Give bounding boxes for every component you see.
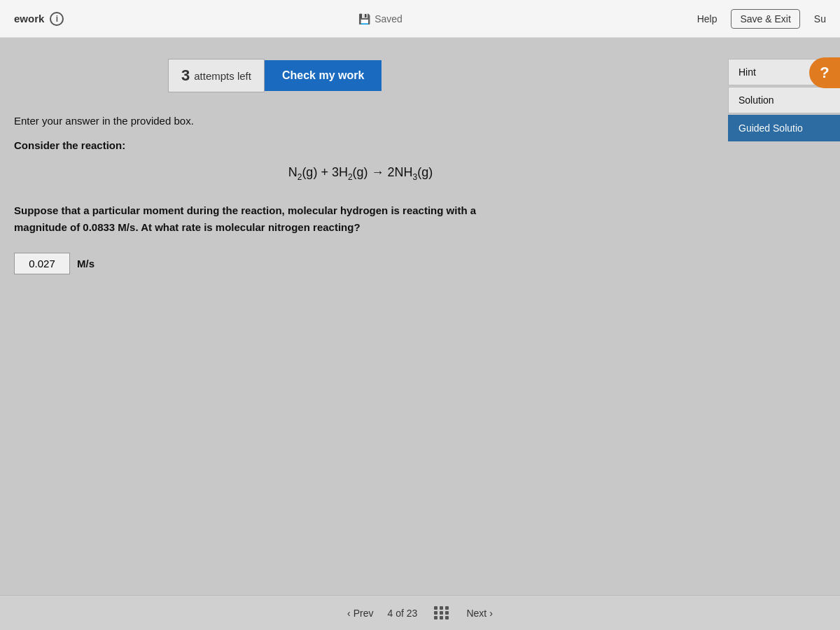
attempts-label: attempts left <box>194 70 251 82</box>
equation-display: N2(g) + 3H2(g) → 2NH3(g) <box>288 165 433 179</box>
chemical-equation: N2(g) + 3H2(g) → 2NH3(g) <box>14 165 707 182</box>
app-title: ework <box>14 13 44 24</box>
attempts-box: 3 attempts left <box>168 59 265 92</box>
attempts-count: 3 <box>181 66 190 85</box>
save-exit-button[interactable]: Save & Exit <box>731 9 799 29</box>
bottom-nav: ‹ Prev 4 of 23 Next › <box>0 595 840 630</box>
save-icon: 💾 <box>358 13 370 24</box>
answer-area: M/s <box>14 253 707 274</box>
next-chevron-icon: › <box>489 608 493 619</box>
answer-input[interactable] <box>14 253 70 274</box>
header-actions: Help Save & Exit Su <box>697 9 826 29</box>
consider-reaction-text: Consider the reaction: <box>14 139 707 151</box>
help-circle[interactable]: ? <box>809 57 840 88</box>
grid-view-icon[interactable] <box>434 606 449 620</box>
solution-button[interactable]: Solution <box>728 87 840 113</box>
saved-text: Saved <box>374 13 402 24</box>
saved-status: 💾 Saved <box>358 13 402 24</box>
next-button[interactable]: Next › <box>466 608 492 619</box>
prev-label: Prev <box>354 608 374 619</box>
enter-answer-instruction: Enter your answer in the provided box. <box>14 113 707 130</box>
guided-solution-button[interactable]: Guided Solutio <box>728 115 840 141</box>
main-content: 3 attempts left Check my work Enter your… <box>0 38 840 605</box>
submit-button[interactable]: Su <box>814 13 826 24</box>
content-area: 3 attempts left Check my work Enter your… <box>0 38 728 605</box>
check-my-work-button[interactable]: Check my work <box>265 60 382 91</box>
app-title-area: ework i <box>14 12 64 26</box>
prev-chevron-icon: ‹ <box>347 608 351 619</box>
help-button[interactable]: Help <box>697 13 718 24</box>
unit-label: M/s <box>77 258 94 270</box>
info-icon[interactable]: i <box>50 12 64 26</box>
attempts-bar: 3 attempts left Check my work <box>168 59 707 92</box>
page-indicator: 4 of 23 <box>388 608 418 619</box>
app-header: ework i 💾 Saved Help Save & Exit Su <box>0 0 840 38</box>
problem-statement: Suppose that a particular moment during … <box>14 202 504 236</box>
right-sidebar: Hint Solution Guided Solutio <box>728 38 840 605</box>
next-label: Next <box>466 608 486 619</box>
prev-button[interactable]: ‹ Prev <box>347 608 373 619</box>
